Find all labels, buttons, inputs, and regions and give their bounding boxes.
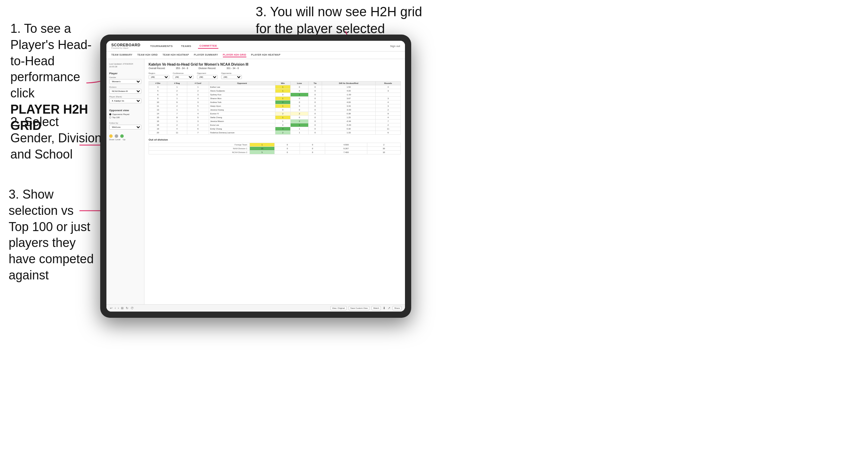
sub-nav-team-h2h-heatmap[interactable]: TEAM H2H HEATMAP: [162, 53, 189, 57]
toolbar-refresh-icon[interactable]: ↻: [126, 306, 129, 310]
filters-area: Region (All) Conference (All) Opponent (…: [149, 72, 401, 79]
top-right-instruction: 3. You will now see H2H grid for the pla…: [256, 3, 428, 38]
toolbar-forward-icon[interactable]: ›: [118, 306, 119, 310]
filter-opponents-select[interactable]: (All): [221, 75, 242, 79]
panel-gender-label: Gender: [109, 76, 141, 78]
grid-title: Katelyn Vo Head-to-Head Grid for Women's…: [149, 63, 401, 66]
table-row: 5 2 2 Alexis Sudjianto 1 0 0 4.00 3: [149, 89, 401, 93]
toolbar-clock-icon[interactable]: ⏱: [131, 306, 134, 310]
left-panel: Last Updated: 27/03/2024 16:55:38 Player…: [106, 59, 144, 304]
save-custom-btn[interactable]: Save Custom View: [349, 306, 370, 310]
filter-opponent-label: Opponent: [197, 72, 218, 74]
main-data-table: # Div # Reg # Conf Opponent Win Loss Tie…: [149, 81, 401, 135]
legend-down-label: Down: [109, 139, 114, 141]
panel-player-title: Player: [109, 72, 141, 75]
nav-committee[interactable]: COMMITTEE: [198, 44, 218, 49]
data-panel: Katelyn Vo Head-to-Head Grid for Women's…: [144, 59, 405, 304]
radio-opponents-played[interactable]: Opponents Played: [109, 113, 141, 115]
sub-nav-player-h2h-grid[interactable]: PLAYER H2H GRID: [223, 53, 246, 57]
radio-opponents-dot: [109, 113, 111, 115]
legend-up-dot: [120, 134, 124, 138]
watch-btn[interactable]: Watch: [371, 306, 381, 310]
top-right-text: 3. You will now see H2H grid for the pla…: [256, 4, 422, 36]
toolbar-undo-icon[interactable]: ↩: [110, 306, 113, 310]
th-rounds: Rounds: [376, 82, 401, 85]
nav-tournaments[interactable]: TOURNAMENTS: [149, 44, 174, 48]
th-win: Win: [275, 82, 290, 85]
panel-division-label: Division: [109, 86, 141, 88]
table-row: 18 2 2 Euna Lee 0 1 0 -5.00 2: [149, 123, 401, 127]
colour-by-select[interactable]: Win/Loss: [109, 125, 141, 130]
panel-player-rank-select[interactable]: 8. Katelyn Vo: [109, 98, 141, 103]
toolbar-share-icon[interactable]: ↗: [388, 306, 390, 310]
filter-region-select[interactable]: (All): [149, 75, 169, 79]
radio-top100-label: Top 100: [112, 116, 120, 118]
filter-opponents: Opponents: (All): [221, 72, 242, 79]
out-of-division-title: Out of division: [149, 138, 401, 141]
sub-nav-player-summary[interactable]: PLAYER SUMMARY: [194, 53, 218, 57]
logo-text: SCOREBOARD: [111, 43, 140, 47]
overall-record-label: Overall Record:: [149, 67, 166, 69]
colour-by-label: Colour by: [109, 122, 141, 124]
filter-conference-label: Conference: [173, 72, 194, 74]
out-division-row: Foreign Team 1 0 0 4.500 2: [149, 143, 401, 147]
th-div: # Div: [149, 82, 167, 85]
legend-level-dot: [115, 134, 118, 138]
record-row: Overall Record: 353 - 34 - 6 Division Re…: [149, 67, 401, 69]
radio-opponents-label: Opponents Played: [112, 113, 129, 115]
filter-opponent-select[interactable]: (All): [197, 75, 218, 79]
sub-nav-team-summary[interactable]: TEAM SUMMARY: [111, 53, 132, 57]
th-tie: Tie: [309, 82, 322, 85]
radio-top100-dot: [109, 116, 111, 118]
th-reg: # Reg: [167, 82, 187, 85]
out-division-table: Foreign Team 1 0 0 4.500 2 NAIA Division…: [149, 143, 401, 154]
table-row: 10 6 3 Andrea York 2 0 0 4.00 4: [149, 101, 401, 104]
table-row: 13 1 1 Jessica Huang 0 0 0 -3.00 2: [149, 108, 401, 112]
out-division-row: NCAA Division 2 5 0 0 7.400 10: [149, 151, 401, 154]
filter-region-label: Region: [149, 72, 169, 74]
instruction-3-show: 3. Show selection vs Top 100 or just pla…: [2, 176, 102, 294]
legend-level-label: Level: [115, 139, 120, 141]
table-row: 15 8 5 Stella Cheng 1 0 0 1.25 4: [149, 116, 401, 120]
table-row: 16 1 3 Jessica Mason 1 2 0 -0.94 7: [149, 120, 401, 123]
panel-timestamp: Last Updated: 27/03/2024 16:55:38: [109, 63, 141, 68]
sub-nav-player-h2h-heatmap[interactable]: PLAYER H2H HEATMAP: [251, 53, 281, 57]
nav-bar: SCOREBOARD Powered by clippd TOURNAMENTS…: [106, 41, 405, 51]
legend-up-label: Up: [122, 139, 126, 141]
filter-opponent: Opponent (All): [197, 72, 218, 79]
nav-teams[interactable]: TEAMS: [180, 44, 193, 48]
view-original-btn[interactable]: View: Original: [330, 306, 347, 310]
filter-conference: Conference (All): [173, 72, 194, 79]
th-conf: # Conf: [187, 82, 209, 85]
sub-nav-team-h2h-grid[interactable]: TEAM H2H GRID: [137, 53, 158, 57]
th-diff: Diff Av Strokes/Rnd: [322, 82, 376, 85]
toolbar-grid-icon[interactable]: ⊞: [121, 306, 124, 310]
toolbar-download-icon[interactable]: ⬇: [383, 306, 386, 310]
panel-gender-select[interactable]: Women's Men's: [109, 79, 141, 84]
th-opponent: Opponent: [209, 82, 275, 85]
table-row: 6 3 3 Sydney Kuo 0 1 0 -1.00: [149, 93, 401, 97]
legend-down-dot: [109, 134, 113, 138]
radio-top100[interactable]: Top 100: [109, 116, 141, 118]
share-btn[interactable]: Share: [393, 306, 402, 310]
table-row: 20 11 7 Federica Domecq Lacroze 2 1 0 1.…: [149, 131, 401, 135]
instruction-3-show-text: 3. Show selection vs Top 100 or just pla…: [9, 187, 94, 282]
legend-row: [109, 134, 141, 138]
panel-division-select[interactable]: NCAA Division III NCAA Division I NCAA D…: [109, 89, 141, 94]
sign-out-link[interactable]: Sign out: [390, 45, 400, 48]
logo-area: SCOREBOARD Powered by clippd: [111, 43, 140, 49]
panel-player-rank-label: Player (Rank): [109, 96, 141, 98]
instruction-2-text: 2. Select Gender, Division and School: [10, 115, 102, 161]
tablet-screen: SCOREBOARD Powered by clippd TOURNAMENTS…: [106, 41, 405, 312]
tablet: SCOREBOARD Powered by clippd TOURNAMENTS…: [100, 35, 411, 318]
table-row: 11 2 5 Heejo Hyun 1 0 0 3.33 3: [149, 104, 401, 108]
filter-opponents-label: Opponents:: [221, 72, 242, 74]
opponent-view-title: Opponent view: [109, 109, 141, 112]
colour-by-section: Colour by Win/Loss: [109, 122, 141, 132]
toolbar-back-icon[interactable]: ‹: [115, 306, 116, 310]
table-row: 3 1 1 Esther Lee 1 0 0 1.50 4: [149, 85, 401, 89]
th-loss: Loss: [291, 82, 309, 85]
table-row: 9 1 4 Sharon Mun 1 0 0 3.67 3: [149, 97, 401, 101]
overall-record-value: 353 - 34 - 6: [176, 67, 188, 69]
filter-conference-select[interactable]: (All): [173, 75, 194, 79]
